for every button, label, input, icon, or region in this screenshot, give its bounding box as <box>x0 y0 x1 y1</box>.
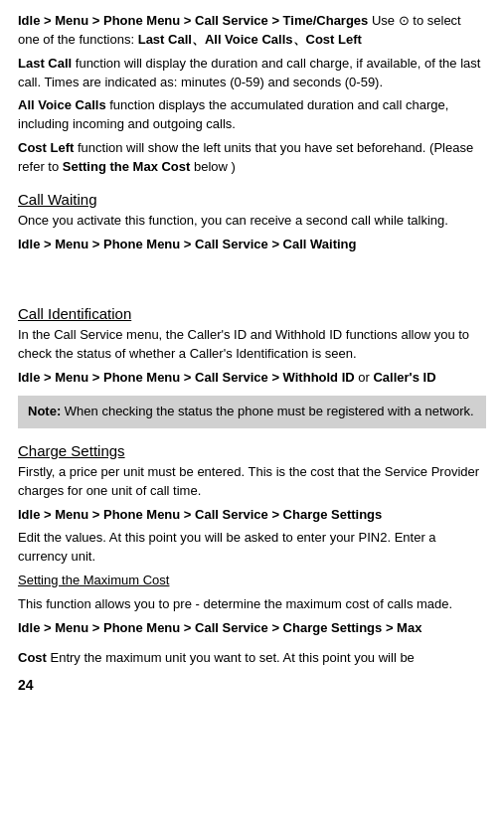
charge-path2: Idle > Menu > Phone Menu > Call Service … <box>18 620 421 635</box>
all-voice-para: All Voice Calls function displays the ac… <box>18 96 486 134</box>
setting-max-label: Setting the Max Cost <box>63 159 191 174</box>
charge-settings-section: Charge Settings Firstly, a price per uni… <box>18 442 486 668</box>
last-call-text: function will display the duration and c… <box>18 56 480 89</box>
call-waiting-section: Call Waiting Once you activate this func… <box>18 191 486 254</box>
call-id-path2: Caller's ID <box>373 370 435 385</box>
call-waiting-para1: Once you activate this function, you can… <box>18 212 486 231</box>
intro-path: Idle > Menu > Phone Menu > Call Service … <box>18 13 368 28</box>
charge-settings-heading: Charge Settings <box>18 442 486 459</box>
call-waiting-para2: Idle > Menu > Phone Menu > Call Service … <box>18 236 486 254</box>
cost-left-end: below ) <box>190 159 236 174</box>
note-text: When checking the status the phone must … <box>61 404 474 418</box>
charge-path: Idle > Menu > Phone Menu > Call Service … <box>18 507 382 522</box>
charge-para2: Idle > Menu > Phone Menu > Call Service … <box>18 506 486 525</box>
setting-max-heading: Setting the Maximum Cost <box>18 573 169 587</box>
call-id-para1: In the Call Service menu, the Caller's I… <box>18 326 486 364</box>
charge-para6-text: Entry the maximum unit you want to set. … <box>47 650 415 665</box>
call-id-path1: Idle > Menu > Phone Menu > Call Service … <box>18 370 355 385</box>
intro-use-text: Use <box>368 13 395 28</box>
charge-para5: Idle > Menu > Phone Menu > Call Service … <box>18 619 486 638</box>
charge-para3: Edit the values. At this point you will … <box>18 529 486 567</box>
cost-left-para: Cost Left function will show the left un… <box>18 139 486 177</box>
charge-cost-label: Cost <box>18 650 47 665</box>
functions-text: Last Call、All Voice Calls、Cost Left <box>138 32 362 47</box>
call-identification-heading: Call Identification <box>18 305 486 322</box>
note-bold: Note: <box>28 404 61 418</box>
charge-para1: Firstly, a price per unit must be entere… <box>18 463 486 501</box>
call-id-or: or <box>355 370 374 385</box>
call-id-para2: Idle > Menu > Phone Menu > Call Service … <box>18 369 486 388</box>
charge-para6: Cost Entry the maximum unit you want to … <box>18 649 486 668</box>
page-number: 24 <box>18 677 486 693</box>
call-waiting-path: Idle > Menu > Phone Menu > Call Service … <box>18 237 357 251</box>
intro-section: Idle > Menu > Phone Menu > Call Service … <box>18 12 486 177</box>
call-waiting-heading: Call Waiting <box>18 191 486 208</box>
note-box: Note: When checking the status the phone… <box>18 396 486 428</box>
call-identification-section: Call Identification In the Call Service … <box>18 305 486 427</box>
intro-line1: Idle > Menu > Phone Menu > Call Service … <box>18 12 486 50</box>
last-call-label: Last Call <box>18 56 72 71</box>
charge-para4: This function allows you to pre - determ… <box>18 595 486 614</box>
setting-max-sub: Setting the Maximum Cost <box>18 572 486 590</box>
last-call-para: Last Call function will display the dura… <box>18 55 486 92</box>
all-voice-label: All Voice Calls <box>18 97 106 112</box>
icon-symbol: ⊙ <box>399 13 414 28</box>
cost-left-label: Cost Left <box>18 140 74 155</box>
